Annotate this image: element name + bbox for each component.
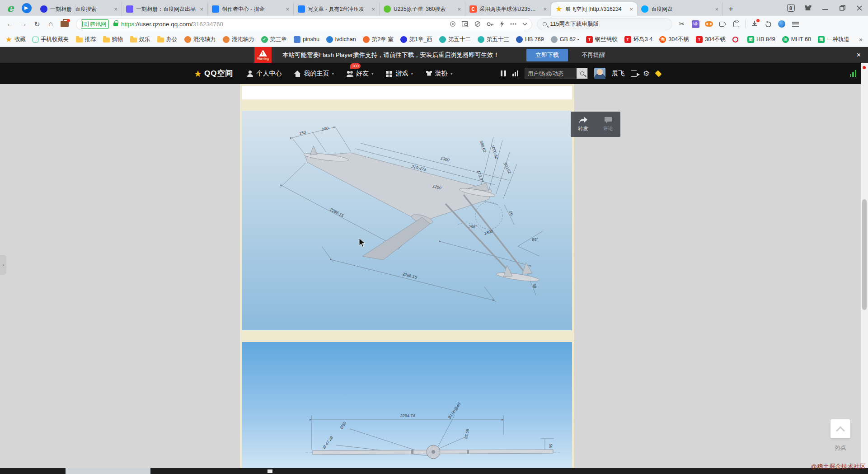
username-label[interactable]: 展飞	[612, 70, 624, 78]
tab-close-icon[interactable]: ×	[284, 6, 291, 13]
logout-icon[interactable]	[631, 70, 637, 77]
visitor-stats-icon[interactable]	[512, 70, 518, 76]
games-icon[interactable]	[702, 18, 716, 30]
bookmark-item[interactable]: 淘 304不锈 ▾	[659, 36, 689, 43]
bookmark-item[interactable]: 第五十二 ▾	[439, 36, 471, 43]
bookmark-item[interactable]: ✓ 第三章 ▾	[261, 36, 287, 43]
tab-close-icon[interactable]: ×	[198, 6, 205, 13]
dismiss-reminder-link[interactable]: 不再提醒	[582, 51, 605, 59]
qzone-search-box[interactable]	[525, 68, 588, 79]
bookmark-item[interactable]: ▾	[732, 37, 741, 42]
bookmark-item[interactable]: T 环岛3 4 ▾	[624, 36, 652, 43]
bookmark-item[interactable]: in MHT 60 ▾	[782, 36, 811, 43]
scrollbar-top-strip[interactable]	[861, 63, 868, 84]
https-lock-icon[interactable]	[113, 23, 118, 26]
yellow-diamond-icon[interactable]	[655, 70, 662, 77]
qzone-nav-item[interactable]: 个人中心 ▾	[247, 70, 282, 78]
minimize-button[interactable]	[816, 0, 834, 16]
sidebar-expander[interactable]: ›	[0, 255, 6, 275]
browser-tab[interactable]: 一刻相册_百度搜索 ×	[36, 2, 122, 16]
back-button[interactable]: ←	[4, 18, 16, 30]
back-to-top-button[interactable]	[830, 419, 850, 438]
bookmark-item[interactable]: 第1章_西 ▾	[400, 36, 432, 43]
sync-account-icon[interactable]	[775, 18, 788, 30]
browser-tab[interactable]: C 采用两块半球体U235金属 ×	[465, 2, 551, 16]
bookmark-item[interactable]: T 304不锈 ▾	[696, 36, 726, 43]
bookmark-item[interactable]: lvdichan ▾	[326, 36, 356, 43]
taskbar-app-icon[interactable]	[267, 469, 272, 473]
qzone-search-input[interactable]	[525, 70, 577, 77]
bookmark-item[interactable]: 第五十三 ▾	[478, 36, 509, 43]
tab-close-icon[interactable]: ×	[542, 6, 548, 13]
bookmark-item[interactable]: 混沌轴力 ▾	[223, 36, 254, 43]
image-search-icon[interactable]	[462, 21, 469, 27]
tab-close-icon[interactable]: ×	[113, 6, 119, 13]
user-avatar[interactable]	[594, 68, 605, 79]
password-key-icon[interactable]	[487, 22, 494, 27]
qzone-nav-item[interactable]: 装扮 ▾	[426, 70, 453, 78]
messenger-icon[interactable]	[22, 3, 32, 13]
more-actions-icon[interactable]	[510, 23, 516, 25]
reload-button[interactable]: ↻	[31, 18, 43, 30]
reading-target-icon[interactable]	[450, 21, 456, 27]
theme-skin-icon[interactable]	[799, 0, 816, 16]
quick-access-lightning-icon[interactable]	[500, 21, 504, 27]
bookmark-item[interactable]: pinshu ▾	[294, 36, 319, 43]
bookmark-item[interactable]: ★ 收藏 ▾	[5, 36, 26, 43]
address-bar[interactable]: 证 腾讯网 https://user.qzone.qq.com/31623476…	[76, 18, 532, 30]
page-scrollbar[interactable]	[861, 84, 868, 468]
ad-block-icon[interactable]	[474, 21, 481, 27]
url-text[interactable]: https://user.qzone.qq.com/316234760	[121, 21, 445, 28]
reading-mode-icon[interactable]	[716, 18, 729, 30]
bookmark-item[interactable]: T 钢丝绳收 ▾	[586, 36, 618, 43]
bookmark-item[interactable]: 简 一种轨道 ▾	[818, 36, 849, 43]
home-button[interactable]: ⌂	[44, 18, 57, 30]
workspace-briefcase-icon[interactable]	[61, 21, 69, 27]
qzone-nav-item[interactable]: 好友 ▾ 100	[347, 70, 374, 78]
download-now-button[interactable]: 立即下载	[526, 49, 568, 61]
window-count-badge[interactable]: 8	[782, 0, 799, 16]
bookmark-item[interactable]: 推荐 ▾	[76, 36, 96, 43]
browser-tab[interactable]: 百度网盘 ×	[637, 2, 723, 16]
cad-image-front-view[interactable]: 2294.7430.00@4085.69Ø65Ø 47.2858	[242, 342, 572, 468]
cad-image-isometric-glider[interactable]: 150200229.474130012002286.15380.621000.6…	[242, 111, 572, 330]
comment-button[interactable]: 评论	[596, 112, 620, 137]
scrollbar-thumb[interactable]	[862, 199, 867, 310]
qzone-logo[interactable]: ★ QQ空间	[194, 68, 233, 79]
browser-tab[interactable]: 一刻相册：百度网盘出品 ×	[122, 2, 208, 16]
taskbar-window-segment[interactable]	[66, 468, 150, 474]
search-input[interactable]	[550, 21, 666, 27]
forward-button[interactable]: →	[17, 18, 30, 30]
browser-tab[interactable]: ★ 展飞空间 [http://316234 ×	[551, 2, 637, 16]
tab-close-icon[interactable]: ×	[370, 6, 376, 13]
browser-logo-icon[interactable]: e	[5, 2, 16, 14]
new-tab-button[interactable]: +	[723, 4, 739, 16]
settings-gear-icon[interactable]: ⚙	[643, 69, 649, 78]
translate-icon[interactable]: 译	[689, 18, 702, 30]
browser-tab[interactable]: 写文章 - 具有2台冲压发 ×	[294, 2, 380, 16]
bookmark-item[interactable]: HB 769 ▾	[516, 36, 544, 43]
browser-tab[interactable]: 创作者中心 - 掘金 ×	[208, 2, 294, 16]
downloads-icon[interactable]	[748, 18, 761, 30]
bookmark-item[interactable]: 办公 ▾	[157, 36, 178, 43]
restore-button[interactable]	[834, 0, 851, 16]
qzone-nav-item[interactable]: 我的主页 ▾	[294, 70, 334, 78]
banner-close-icon[interactable]: ×	[857, 51, 861, 59]
extensions-puzzle-icon[interactable]	[729, 18, 743, 30]
tab-close-icon[interactable]: ×	[628, 6, 634, 13]
qzone-search-button[interactable]	[577, 68, 587, 79]
close-window-button[interactable]	[851, 0, 868, 16]
bookmark-item[interactable]: 混沌轴力 ▾	[184, 36, 216, 43]
music-pause-icon[interactable]	[501, 70, 506, 76]
tab-close-icon[interactable]: ×	[456, 6, 462, 13]
bookmark-item[interactable]: 手机收藏夹 ▾	[33, 36, 69, 43]
bookmark-item[interactable]: GB 62 - ▾	[551, 36, 579, 43]
screenshot-scissors-icon[interactable]: ✂	[675, 18, 689, 30]
hot-topics-label[interactable]: 热点	[830, 444, 850, 452]
browser-search-box[interactable]	[537, 18, 672, 30]
qzone-nav-item[interactable]: 游戏 ▾	[386, 70, 413, 78]
bookmarks-overflow-chevron[interactable]: »	[859, 36, 863, 43]
site-verification-badge[interactable]: 证 腾讯网	[81, 19, 109, 29]
forward-button[interactable]: 转发	[571, 112, 596, 137]
menu-icon[interactable]	[788, 18, 802, 30]
